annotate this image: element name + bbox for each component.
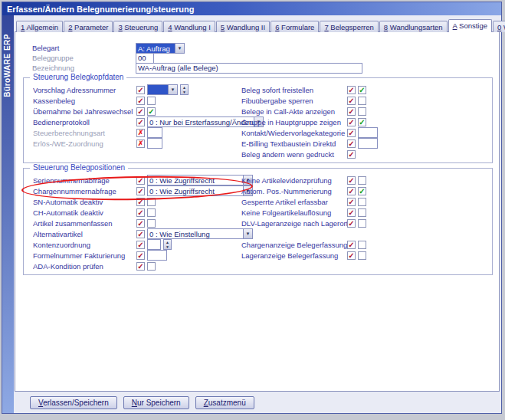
dropdown[interactable]: 0 : Wie Zugriffsrecht▼ — [147, 175, 253, 185]
bezeichnung-label: Bezeichnung — [32, 64, 136, 72]
checkbox[interactable] — [358, 97, 366, 105]
checkbox[interactable]: ✓ — [347, 241, 356, 249]
tab-7-belegsperren[interactable]: 7 Belegsperren — [320, 21, 378, 32]
form-row: Kontakt/Wiedervorlagekategorie✓ — [241, 127, 489, 138]
row-controls: ✓ — [347, 208, 366, 217]
checkbox[interactable]: ✓ — [358, 86, 366, 94]
checkbox[interactable]: ✓ — [136, 107, 145, 116]
checkbox[interactable]: ✓ — [347, 86, 356, 94]
checkbox[interactable] — [147, 208, 156, 217]
checkbox[interactable]: ✗ — [136, 139, 145, 148]
dialog-window: Erfassen/Ändern Belegnumerierung/steueru… — [2, 2, 502, 414]
checkbox[interactable]: ✓ — [136, 187, 145, 195]
row-controls: ✓ — [347, 127, 378, 138]
checkbox[interactable]: ✓ — [136, 86, 145, 94]
checkbox[interactable]: ✓ — [147, 107, 156, 116]
title-bar[interactable]: Erfassen/Ändern Belegnumerierung/steueru… — [2, 2, 501, 15]
text-input[interactable] — [147, 239, 161, 250]
footer-buttons: Verlassen/Speichern Nur Speichern Zusatz… — [30, 396, 254, 409]
tab-0-wfl-tb[interactable]: 0 WFL/TB — [493, 21, 505, 32]
checkbox[interactable] — [147, 262, 156, 271]
tab-2-parameter[interactable]: 2 Parameter — [64, 21, 113, 32]
zusatzmenu-button[interactable]: Zusatzmenü — [195, 396, 254, 409]
checkbox[interactable]: ✓ — [136, 219, 145, 228]
text-input[interactable] — [147, 127, 162, 138]
field-label: Beleg ändern wenn gedruckt — [241, 150, 347, 159]
checkbox[interactable]: ✓ — [347, 251, 356, 260]
checkbox[interactable] — [147, 97, 156, 105]
checkbox[interactable]: ✓ — [347, 150, 356, 159]
row-controls: ✓ — [347, 97, 366, 105]
tab-a-sonstige[interactable]: A Sonstige — [448, 19, 492, 32]
checkbox[interactable] — [358, 219, 366, 228]
checkbox[interactable]: ✓ — [136, 176, 145, 185]
dropdown[interactable]: 0 : Wie Zugriffsrecht▼ — [147, 185, 253, 196]
checkbox[interactable] — [358, 241, 366, 249]
tab-4-wandlung-i[interactable]: 4 Wandlung I — [163, 21, 215, 32]
dropdown[interactable]: ▼ — [147, 84, 178, 95]
window-title: Erfassen/Ändern Belegnumerierung/steueru… — [7, 5, 195, 14]
dropdown-arrow-icon[interactable]: ▼ — [175, 44, 184, 53]
checkbox[interactable]: ✓ — [136, 230, 145, 238]
tab-1-allgemein[interactable]: 1 Allgemein — [16, 21, 63, 32]
checkbox[interactable] — [358, 176, 366, 185]
tab-3-steuerung[interactable]: 3 Steuerung — [113, 21, 162, 32]
form-row: Formelnummer Fakturierung✓ — [33, 250, 241, 261]
checkbox[interactable]: ✓ — [347, 129, 356, 137]
verlassen-speichern-button[interactable]: Verlassen/Speichern — [30, 396, 117, 409]
checkbox[interactable]: ✓ — [136, 262, 145, 271]
belegart-dropdown[interactable]: A: Auftrag ▼ — [136, 43, 185, 54]
tab-6-formulare[interactable]: 6 Formulare — [271, 21, 319, 32]
checkbox[interactable] — [358, 107, 366, 116]
field-label: Chargennummernabfrage — [33, 187, 136, 195]
field-label: Artikel zusammenfassen — [33, 219, 136, 228]
checkbox[interactable]: ✓ — [347, 107, 356, 116]
checkbox[interactable] — [358, 208, 366, 217]
form-row: Erlös-/WE-Zuordnung✗ — [33, 138, 241, 149]
row-controls: ✓0 : Wie Zugriffsrecht▼ — [136, 185, 253, 196]
checkbox[interactable]: ✓ — [136, 118, 145, 126]
checkbox[interactable] — [358, 198, 366, 206]
text-input[interactable] — [147, 250, 167, 261]
checkbox[interactable]: ✓ — [347, 139, 356, 148]
form-row: Vorschlag Adressnummer✓▼▲▼ — [33, 84, 241, 95]
checkbox[interactable] — [358, 251, 366, 260]
text-input[interactable] — [358, 127, 378, 138]
checkbox[interactable]: ✓ — [358, 118, 366, 126]
checkbox[interactable]: ✓ — [136, 251, 145, 260]
beleggruppe-input[interactable] — [136, 53, 154, 64]
row-controls: ✓ — [347, 176, 366, 185]
field-label: CH-Automatik deaktiv — [33, 208, 136, 217]
checkbox[interactable]: ✓ — [347, 118, 356, 126]
tab-bar: 1 Allgemein2 Parameter3 Steuerung4 Wandl… — [16, 19, 505, 32]
checkbox[interactable]: ✓ — [347, 97, 356, 105]
dropdown[interactable]: 0 : Wie Einstellung▼ — [147, 228, 253, 239]
tab-5-wandlung-ii[interactable]: 5 Wandlung II — [216, 21, 270, 32]
text-input[interactable] — [147, 138, 162, 149]
checkbox[interactable]: ✓ — [136, 97, 145, 105]
checkbox[interactable]: ✓ — [347, 208, 356, 217]
spinner-control[interactable]: ▲▼ — [180, 84, 189, 95]
form-row: Chargennummernabfrage✓0 : Wie Zugriffsre… — [33, 185, 241, 196]
field-label: E-Billing Textbaustein Direktd — [241, 139, 347, 148]
checkbox[interactable]: ✓ — [136, 208, 145, 217]
checkbox[interactable]: ✓ — [347, 198, 356, 206]
spinner-control[interactable]: ▲▼ — [163, 239, 172, 250]
tab-8-wandlungsarten[interactable]: 8 Wandlungsarten — [379, 21, 448, 32]
checkbox[interactable]: ✓ — [347, 219, 356, 228]
dropdown-arrow-icon[interactable]: ▼ — [168, 85, 177, 94]
checkbox[interactable] — [147, 198, 156, 206]
checkbox[interactable]: ✓ — [347, 187, 356, 195]
checkbox[interactable]: ✓ — [136, 198, 145, 206]
checkbox[interactable]: ✓ — [347, 176, 356, 185]
checkbox[interactable]: ✗ — [136, 129, 145, 137]
checkbox[interactable] — [147, 219, 156, 228]
checkbox[interactable]: ✓ — [358, 187, 366, 195]
bezeichnung-input[interactable] — [136, 63, 362, 74]
nur-speichern-button[interactable]: Nur Speichern — [123, 396, 189, 409]
checkbox[interactable]: ✓ — [136, 241, 145, 249]
row-controls: ✓ — [136, 250, 167, 261]
form-row: Kassenbeleg✓ — [33, 95, 241, 106]
text-input[interactable] — [358, 138, 378, 149]
kopf-left-column: Vorschlag Adressnummer✓▼▲▼Kassenbeleg✓Üb… — [33, 84, 241, 159]
